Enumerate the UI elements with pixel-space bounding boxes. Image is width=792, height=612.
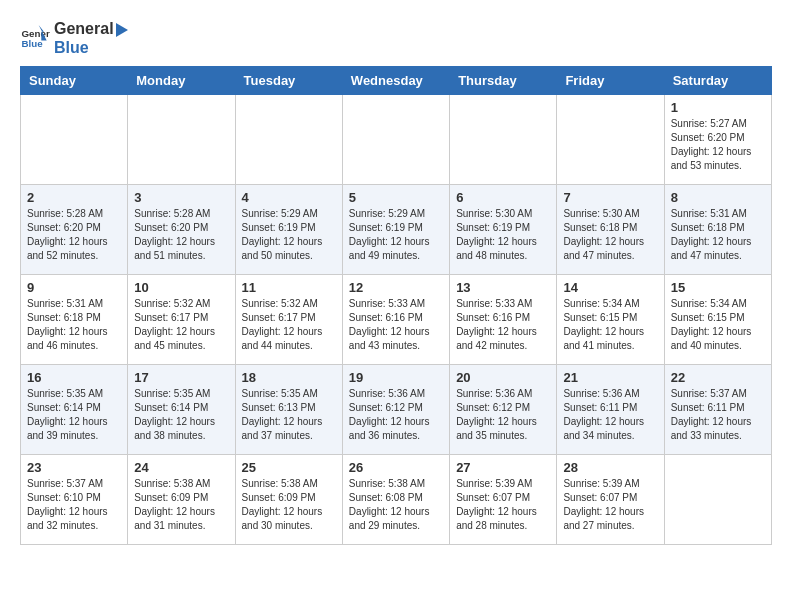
day-number: 15 (671, 280, 765, 295)
day-cell: 28Sunrise: 5:39 AM Sunset: 6:07 PM Dayli… (557, 455, 664, 545)
day-cell: 20Sunrise: 5:36 AM Sunset: 6:12 PM Dayli… (450, 365, 557, 455)
svg-text:Blue: Blue (22, 38, 44, 49)
day-number: 2 (27, 190, 121, 205)
day-cell: 25Sunrise: 5:38 AM Sunset: 6:09 PM Dayli… (235, 455, 342, 545)
weekday-header-monday: Monday (128, 67, 235, 95)
day-info: Sunrise: 5:30 AM Sunset: 6:19 PM Dayligh… (456, 207, 550, 263)
day-info: Sunrise: 5:28 AM Sunset: 6:20 PM Dayligh… (134, 207, 228, 263)
day-cell: 6Sunrise: 5:30 AM Sunset: 6:19 PM Daylig… (450, 185, 557, 275)
day-cell (664, 455, 771, 545)
day-info: Sunrise: 5:36 AM Sunset: 6:12 PM Dayligh… (456, 387, 550, 443)
day-number: 4 (242, 190, 336, 205)
day-info: Sunrise: 5:38 AM Sunset: 6:09 PM Dayligh… (134, 477, 228, 533)
day-info: Sunrise: 5:32 AM Sunset: 6:17 PM Dayligh… (242, 297, 336, 353)
day-cell (128, 95, 235, 185)
day-cell: 21Sunrise: 5:36 AM Sunset: 6:11 PM Dayli… (557, 365, 664, 455)
day-number: 9 (27, 280, 121, 295)
day-cell: 12Sunrise: 5:33 AM Sunset: 6:16 PM Dayli… (342, 275, 449, 365)
logo-general-text: General (54, 20, 114, 37)
day-info: Sunrise: 5:36 AM Sunset: 6:11 PM Dayligh… (563, 387, 657, 443)
weekday-header-wednesday: Wednesday (342, 67, 449, 95)
day-info: Sunrise: 5:37 AM Sunset: 6:11 PM Dayligh… (671, 387, 765, 443)
weekday-header-friday: Friday (557, 67, 664, 95)
day-cell: 22Sunrise: 5:37 AM Sunset: 6:11 PM Dayli… (664, 365, 771, 455)
day-number: 17 (134, 370, 228, 385)
day-number: 24 (134, 460, 228, 475)
day-info: Sunrise: 5:29 AM Sunset: 6:19 PM Dayligh… (242, 207, 336, 263)
day-info: Sunrise: 5:33 AM Sunset: 6:16 PM Dayligh… (456, 297, 550, 353)
day-cell: 13Sunrise: 5:33 AM Sunset: 6:16 PM Dayli… (450, 275, 557, 365)
day-info: Sunrise: 5:38 AM Sunset: 6:08 PM Dayligh… (349, 477, 443, 533)
weekday-header-row: SundayMondayTuesdayWednesdayThursdayFrid… (21, 67, 772, 95)
day-number: 11 (242, 280, 336, 295)
day-number: 5 (349, 190, 443, 205)
day-info: Sunrise: 5:39 AM Sunset: 6:07 PM Dayligh… (563, 477, 657, 533)
day-cell: 19Sunrise: 5:36 AM Sunset: 6:12 PM Dayli… (342, 365, 449, 455)
day-info: Sunrise: 5:32 AM Sunset: 6:17 PM Dayligh… (134, 297, 228, 353)
day-info: Sunrise: 5:34 AM Sunset: 6:15 PM Dayligh… (671, 297, 765, 353)
day-cell: 7Sunrise: 5:30 AM Sunset: 6:18 PM Daylig… (557, 185, 664, 275)
day-info: Sunrise: 5:31 AM Sunset: 6:18 PM Dayligh… (671, 207, 765, 263)
day-cell: 18Sunrise: 5:35 AM Sunset: 6:13 PM Dayli… (235, 365, 342, 455)
calendar: SundayMondayTuesdayWednesdayThursdayFrid… (20, 66, 772, 545)
day-cell: 4Sunrise: 5:29 AM Sunset: 6:19 PM Daylig… (235, 185, 342, 275)
day-number: 10 (134, 280, 228, 295)
day-number: 23 (27, 460, 121, 475)
logo-icon: General Blue (20, 23, 50, 53)
day-cell: 3Sunrise: 5:28 AM Sunset: 6:20 PM Daylig… (128, 185, 235, 275)
day-number: 8 (671, 190, 765, 205)
day-cell: 17Sunrise: 5:35 AM Sunset: 6:14 PM Dayli… (128, 365, 235, 455)
day-number: 7 (563, 190, 657, 205)
day-info: Sunrise: 5:34 AM Sunset: 6:15 PM Dayligh… (563, 297, 657, 353)
day-cell: 26Sunrise: 5:38 AM Sunset: 6:08 PM Dayli… (342, 455, 449, 545)
day-number: 27 (456, 460, 550, 475)
day-number: 14 (563, 280, 657, 295)
day-number: 26 (349, 460, 443, 475)
day-number: 3 (134, 190, 228, 205)
day-cell: 2Sunrise: 5:28 AM Sunset: 6:20 PM Daylig… (21, 185, 128, 275)
day-cell (235, 95, 342, 185)
day-info: Sunrise: 5:30 AM Sunset: 6:18 PM Dayligh… (563, 207, 657, 263)
week-row-5: 23Sunrise: 5:37 AM Sunset: 6:10 PM Dayli… (21, 455, 772, 545)
day-number: 28 (563, 460, 657, 475)
day-number: 6 (456, 190, 550, 205)
day-info: Sunrise: 5:35 AM Sunset: 6:14 PM Dayligh… (134, 387, 228, 443)
day-number: 25 (242, 460, 336, 475)
day-info: Sunrise: 5:39 AM Sunset: 6:07 PM Dayligh… (456, 477, 550, 533)
day-cell: 16Sunrise: 5:35 AM Sunset: 6:14 PM Dayli… (21, 365, 128, 455)
weekday-header-tuesday: Tuesday (235, 67, 342, 95)
logo-arrow-icon (116, 21, 134, 39)
day-cell: 14Sunrise: 5:34 AM Sunset: 6:15 PM Dayli… (557, 275, 664, 365)
week-row-2: 2Sunrise: 5:28 AM Sunset: 6:20 PM Daylig… (21, 185, 772, 275)
day-cell (450, 95, 557, 185)
day-cell: 15Sunrise: 5:34 AM Sunset: 6:15 PM Dayli… (664, 275, 771, 365)
day-info: Sunrise: 5:31 AM Sunset: 6:18 PM Dayligh… (27, 297, 121, 353)
day-number: 18 (242, 370, 336, 385)
day-number: 22 (671, 370, 765, 385)
day-cell: 24Sunrise: 5:38 AM Sunset: 6:09 PM Dayli… (128, 455, 235, 545)
day-number: 20 (456, 370, 550, 385)
weekday-header-saturday: Saturday (664, 67, 771, 95)
logo-blue-text: Blue (54, 39, 134, 57)
day-cell: 9Sunrise: 5:31 AM Sunset: 6:18 PM Daylig… (21, 275, 128, 365)
day-cell: 1Sunrise: 5:27 AM Sunset: 6:20 PM Daylig… (664, 95, 771, 185)
day-number: 13 (456, 280, 550, 295)
logo-wordmark: General Blue (54, 20, 134, 56)
week-row-3: 9Sunrise: 5:31 AM Sunset: 6:18 PM Daylig… (21, 275, 772, 365)
day-cell: 27Sunrise: 5:39 AM Sunset: 6:07 PM Dayli… (450, 455, 557, 545)
week-row-1: 1Sunrise: 5:27 AM Sunset: 6:20 PM Daylig… (21, 95, 772, 185)
day-number: 16 (27, 370, 121, 385)
day-info: Sunrise: 5:37 AM Sunset: 6:10 PM Dayligh… (27, 477, 121, 533)
weekday-header-thursday: Thursday (450, 67, 557, 95)
day-info: Sunrise: 5:35 AM Sunset: 6:14 PM Dayligh… (27, 387, 121, 443)
day-cell (21, 95, 128, 185)
day-cell: 23Sunrise: 5:37 AM Sunset: 6:10 PM Dayli… (21, 455, 128, 545)
weekday-header-sunday: Sunday (21, 67, 128, 95)
day-info: Sunrise: 5:28 AM Sunset: 6:20 PM Dayligh… (27, 207, 121, 263)
day-number: 12 (349, 280, 443, 295)
week-row-4: 16Sunrise: 5:35 AM Sunset: 6:14 PM Dayli… (21, 365, 772, 455)
day-number: 21 (563, 370, 657, 385)
logo: General Blue General Blue (20, 20, 134, 56)
svg-text:General: General (22, 28, 51, 39)
day-info: Sunrise: 5:35 AM Sunset: 6:13 PM Dayligh… (242, 387, 336, 443)
